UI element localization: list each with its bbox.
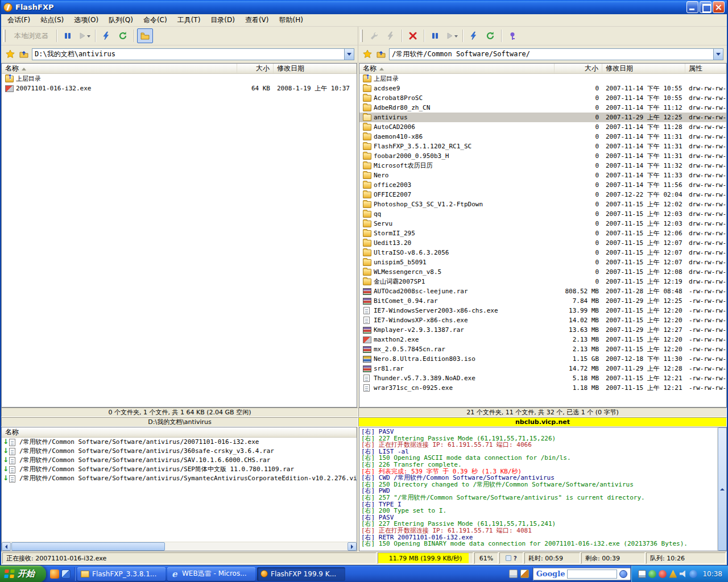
toolbar-grip[interactable]	[361, 30, 363, 42]
titlebar[interactable]: FlashFXP	[1, 0, 727, 14]
google-search-button[interactable]	[619, 570, 627, 578]
file-row[interactable]: UltraISO-v8.6.3.2056 0 2007-11-15 上午 12:…	[359, 248, 726, 257]
start-button[interactable]: 开始	[0, 566, 46, 582]
menu-item[interactable]: 工具(T)	[172, 14, 206, 26]
file-row[interactable]: 20071101-016-i32.exe 64 KB 2008-1-19 上午 …	[2, 84, 357, 93]
file-row[interactable]: Nero 0 2007-11-14 下午 11:33 drw-rw-rw-	[359, 171, 726, 180]
file-row[interactable]: qq 0 2007-11-15 上午 12:03 drw-rw-rw-	[359, 209, 726, 219]
column-header-name[interactable]: 名称	[2, 64, 237, 73]
quicklaunch-flashfxp-icon[interactable]	[50, 569, 59, 579]
site-commands-button[interactable]	[504, 28, 520, 43]
file-row[interactable]: AUTOcad2008sc-leejune.rar 808.52 MB 2007…	[359, 286, 726, 296]
menu-item[interactable]: 查看(V)	[240, 14, 274, 26]
queue-item[interactable]: /常用软件/Common Software/Software/antivirus…	[2, 447, 357, 456]
menu-item[interactable]: 会话(F)	[2, 14, 35, 26]
queue-item[interactable]: /常用软件/Common Software/Software/antivirus…	[2, 438, 357, 447]
quicklaunch-show-desktop-icon[interactable]	[61, 569, 71, 579]
pause-queue-button[interactable]	[427, 28, 443, 43]
scrollbar-thumb[interactable]	[11, 542, 165, 551]
file-row[interactable]: FlashFXP_3.5.1.1202_RC1_SC 0 2007-11-14 …	[359, 142, 726, 151]
keyboard-icon[interactable]	[509, 569, 518, 578]
task-button[interactable]: FlashFXP_3.3.8.1...	[77, 567, 166, 581]
file-row[interactable]: Acrobat8ProSC 0 2007-11-14 下午 10:55 drw-…	[359, 93, 726, 103]
start-transfer-button[interactable]	[444, 28, 460, 43]
column-header-size[interactable]: 大小	[555, 64, 602, 73]
file-row[interactable]: AdbeRdr80_zh_CN 0 2007-11-14 下午 11:12 dr…	[359, 103, 726, 113]
file-row[interactable]: maxthon2.exe 2.13 MB 2007-11-15 上午 12:20…	[359, 335, 726, 344]
file-row[interactable]: AutoCAD2006 0 2007-11-14 下午 11:28 drw-rw…	[359, 122, 726, 132]
menu-item[interactable]: 队列(Q)	[104, 14, 138, 26]
favorites-star-icon[interactable]	[362, 48, 373, 60]
file-row[interactable]: Photoshop_CS3_SC_V1.2-FtpDown 0 2007-11-…	[359, 199, 726, 209]
connect-wizard-button[interactable]	[366, 28, 382, 43]
file-row[interactable]: IE7-WindowsXP-x86-chs.exe 14.02 MB 2007-…	[359, 315, 726, 325]
file-row[interactable]: sr81.rar 14.72 MB 2007-11-29 上午 12:28 -r…	[359, 364, 726, 373]
task-button[interactable]: FlashFXP 199.9 K...	[257, 567, 345, 581]
file-row[interactable]: Microsoft农历日历 0 2007-11-14 下午 11:32 drw-…	[359, 161, 726, 171]
queue-item[interactable]: /常用软件/Common Software/Software/antivirus…	[2, 465, 357, 474]
file-row[interactable]: Kmplayer-v2.9.3.1387.rar 13.63 MB 2007-1…	[359, 325, 726, 335]
menu-item[interactable]: 站点(S)	[35, 14, 69, 26]
task-button[interactable]: WEB迅雷 - Micros...	[167, 567, 255, 581]
file-row[interactable]: 上层目录	[2, 74, 357, 84]
file-row[interactable]: daemon410-x86 0 2007-11-14 下午 11:31 drw-…	[359, 132, 726, 142]
local-path-input[interactable]	[32, 49, 344, 60]
abort-button[interactable]	[405, 28, 421, 43]
file-row[interactable]: Thunder.v5.7.3.389.NoAD.exe 5.18 MB 2007…	[359, 373, 726, 383]
column-header-date[interactable]: 修改日期	[274, 64, 357, 73]
menu-item[interactable]: 选项(O)	[69, 14, 104, 26]
close-button[interactable]	[713, 1, 725, 13]
file-row[interactable]: StormII_295 0 2007-11-15 上午 12:06 drw-rw…	[359, 228, 726, 238]
file-row[interactable]: Uedit13.20 0 2007-11-15 上午 12:07 drw-rw-…	[359, 238, 726, 248]
remote-path-dropdown-button[interactable]	[713, 49, 723, 60]
menu-item[interactable]: 目录(D)	[205, 14, 240, 26]
file-row[interactable]: foobar2000_0.950b3_H 0 2007-11-14 下午 11:…	[359, 151, 726, 161]
tray-volume-icon[interactable]	[679, 570, 687, 578]
menu-item[interactable]: 帮助(H)	[274, 14, 308, 26]
pause-queue-button[interactable]	[60, 28, 76, 43]
quick-transfer-button[interactable]	[466, 28, 482, 43]
file-row[interactable]: WLMessengercn_v8.5 0 2007-11-15 上午 12:08…	[359, 267, 726, 277]
file-row[interactable]: IE7-WindowsServer2003-x86-chs.exe 13.99 …	[359, 306, 726, 315]
maximize-button[interactable]	[700, 1, 712, 13]
favorites-star-icon[interactable]	[5, 48, 16, 60]
file-row[interactable]: BitComet_0.94.rar 7.84 MB 2007-11-29 上午 …	[359, 296, 726, 306]
local-browser-button[interactable]: 本地浏览器	[9, 28, 53, 44]
scroll-right-button[interactable]	[348, 542, 357, 551]
file-row[interactable]: office2003 0 2007-11-14 下午 11:56 drw-rw-…	[359, 180, 726, 190]
tray-input-method-icon[interactable]	[638, 570, 646, 578]
file-row[interactable]: unispim5_b5091 0 2007-11-15 上午 12:07 drw…	[359, 257, 726, 267]
up-directory-button[interactable]	[18, 48, 30, 60]
refresh-button[interactable]	[482, 28, 498, 43]
column-header-name[interactable]: 名称	[2, 427, 357, 437]
tray-alert-icon[interactable]	[669, 570, 677, 578]
scroll-up-button[interactable]	[718, 427, 727, 551]
tray-network-icon[interactable]	[689, 570, 697, 578]
column-header-name[interactable]: 名称	[359, 64, 555, 73]
file-row[interactable]: OFFICE2007 0 2007-12-22 下午 02:04 drw-rw-…	[359, 190, 726, 199]
column-header-size[interactable]: 大小	[237, 64, 274, 73]
quick-transfer-button[interactable]	[98, 28, 114, 43]
file-row[interactable]: antivirus 0 2007-11-29 上午 12:25 drw-rw-r…	[359, 113, 726, 122]
file-row[interactable]: wrar371sc_cn-0925.exe 1.18 MB 2007-11-15…	[359, 383, 726, 393]
toolbar-grip[interactable]	[3, 30, 6, 42]
remote-path-input[interactable]	[390, 49, 713, 60]
scroll-left-button[interactable]	[2, 542, 11, 551]
pen-icon[interactable]	[520, 569, 529, 578]
start-transfer-button[interactable]	[76, 28, 92, 43]
folder-view-button[interactable]	[137, 28, 153, 43]
file-row[interactable]: mx_2.0.5.7845cn.rar 2.13 MB 2007-11-15 上…	[359, 344, 726, 354]
file-row[interactable]: Nero.8.Ultra.Edition803.iso 1.15 GB 2007…	[359, 354, 726, 364]
file-row[interactable]: 金山词霸2007SP1 0 2007-11-15 上午 12:19 drw-rw…	[359, 277, 726, 286]
refresh-button[interactable]	[115, 28, 131, 43]
column-header-attr[interactable]: 属性	[685, 64, 726, 73]
tray-safety-icon[interactable]	[648, 570, 656, 578]
menu-item[interactable]: 命令(C)	[138, 14, 172, 26]
file-row[interactable]: 上层目录	[359, 74, 726, 84]
queue-item[interactable]: /常用软件/Common Software/Software/antivirus…	[2, 474, 357, 483]
column-header-date[interactable]: 修改日期	[602, 64, 685, 73]
taskbar-clock[interactable]: 10:38	[702, 570, 722, 578]
google-search-input[interactable]	[567, 569, 617, 579]
file-row[interactable]: Servu 0 2007-11-15 上午 12:03 drw-rw-rw-	[359, 219, 726, 228]
minimize-button[interactable]	[686, 1, 698, 13]
